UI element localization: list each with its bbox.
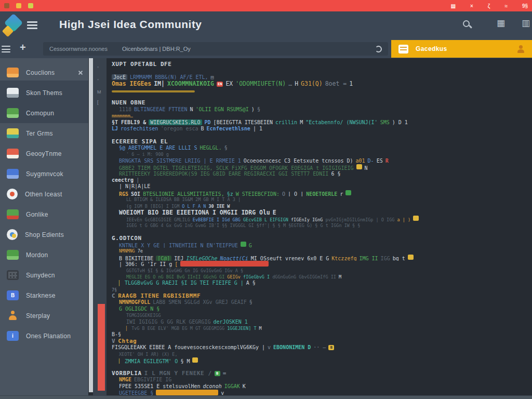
refresh-icon[interactable] xyxy=(375,46,382,52)
profile-icon[interactable] xyxy=(517,45,525,53)
window-control-icon[interactable] xyxy=(16,3,21,8)
code-token: BRNGKTA SRS SISTMERE LRIIG | E RRMEIE 1 xyxy=(119,158,241,164)
system-tray-icon[interactable]: × xyxy=(470,3,473,9)
system-tray: ▤×ζ≈9§ xyxy=(450,3,528,9)
sidebar-item-starknese[interactable]: BStarknese xyxy=(0,285,88,305)
sidebar-item-icon xyxy=(7,88,19,98)
structure-list-icon[interactable] xyxy=(2,46,10,55)
code-token: LRMMAMM BBB&(N) AF/E ETL, xyxy=(130,74,208,80)
code-token: r xyxy=(340,191,343,196)
sidebar-item-sterplay[interactable]: Sterplay xyxy=(0,305,88,326)
code-token: JocE xyxy=(112,74,127,80)
splitter[interactable] xyxy=(89,58,93,392)
code-line: 7§ xyxy=(112,287,532,293)
sidebar-item-mordon[interactable]: Mordon xyxy=(0,245,88,265)
sidebar-item-skon-thems[interactable]: Skon Thems xyxy=(0,83,88,103)
code-editor[interactable]: XUPT OPETABL DFEJocELRMMAMM BBB&(N) AF/E… xyxy=(107,58,532,395)
code-line: ceectrg| xyxy=(112,177,532,183)
sidebar-item-couclions[interactable]: Couclions xyxy=(0,62,88,83)
breadcrumb-segment[interactable]: Cessoornwnse.noones xyxy=(49,46,108,52)
code-line: B BIKITEIBE[C@]IEJISELeGOCheNoactt(CiMI … xyxy=(112,255,532,261)
code-token: KNTNLE X Y GE | ITNEHTIEI N EN'TEIFPUE xyxy=(119,243,238,248)
code-token: crillin xyxy=(275,119,297,125)
code-token: fIGeGbvG I xyxy=(243,274,270,280)
gutter-icon[interactable]: ◦ xyxy=(97,64,99,70)
toolbar: + Cessoornwnse.noones Oicenbodnars | DBH… xyxy=(0,39,532,58)
system-tray-icon[interactable]: ▤ xyxy=(450,3,455,9)
code-token: GEIGv xyxy=(227,274,241,280)
window-control-icon[interactable] xyxy=(28,3,33,8)
layout-grid-icon[interactable]: ▦ xyxy=(497,19,505,28)
code-token: | 1 xyxy=(253,126,262,131)
sidebar-item-suygmnvcok[interactable]: Suygmnvcok xyxy=(0,164,88,184)
app-logo-icon[interactable] xyxy=(2,14,25,38)
code-token: NMNMOGFOLL xyxy=(119,299,150,305)
sidebar-item-othen-iceast[interactable]: Othen Iceast xyxy=(0,184,88,204)
code-token: Ecnfecvethlsne xyxy=(207,126,250,131)
code-line: RRITTEEEKY IGEREREDPOK(S9 IEG GBID EARE … xyxy=(112,171,532,177)
code-token: M xyxy=(339,274,341,280)
code-token: §T FEBLI9 & xyxy=(112,119,146,125)
code-token: | xyxy=(136,177,139,183)
window-grid-icon[interactable]: ▥ xyxy=(522,19,530,28)
sidebar-item-sunydecn[interactable]: Sunydecn xyxy=(0,265,88,285)
code-token: MEGLIE EG O nG BGI BvG IInII GGchG GI xyxy=(126,274,224,280)
code-token: ISELeGOChe xyxy=(186,256,217,261)
gutter-icon[interactable]: ◦ xyxy=(97,77,99,82)
code-token: ▏ xyxy=(126,326,129,331)
code-line: mmmmmmm… xyxy=(112,113,532,119)
code-token: G OGLIGDC N § xyxy=(119,306,159,312)
sidebar-item-geooytnme[interactable]: GeooyTnme xyxy=(0,143,88,164)
system-tray-icon[interactable]: ζ xyxy=(488,3,490,9)
menu-icon[interactable] xyxy=(27,21,37,31)
code-token: IMG II xyxy=(359,256,378,261)
code-token: bg t xyxy=(393,256,405,261)
breadcrumb-segment[interactable]: Oicenbodnars | DBH:R_Oy xyxy=(122,46,191,52)
code-token: 6 § xyxy=(331,171,340,177)
code-token: FPEE 535SE1 E stelsuvolHen xyxy=(119,383,201,389)
code-token: IGGAK xyxy=(224,383,240,389)
code-token: ' 6 — i M: 900 g xyxy=(126,152,169,157)
sidebar-item-label: Starknese xyxy=(26,292,56,299)
sidebar-item-ter-grms[interactable]: Ter Grms xyxy=(0,123,88,143)
code-line: G.ODTCON xyxy=(112,235,532,242)
gutter-icon[interactable]: M xyxy=(97,89,101,95)
window-control-icon[interactable] xyxy=(4,3,9,8)
code-token: "Ectabennfo/ (NWSUNJ(I' xyxy=(305,119,377,125)
header: High Jsei Idea Community ▦ ▥ xyxy=(0,11,532,39)
code-token: BTESLIONIE ALLSMIITIATEIS, xyxy=(143,191,224,196)
code-token: R xyxy=(385,158,389,164)
code-line: KNTNLE X Y GE | ITNEHTIEI N EN'TEIFPUEG xyxy=(112,242,532,248)
code-token: 'ODOMMIUFET(N) xyxy=(235,81,286,87)
code-line: ECEREEE SIPA EL xyxy=(112,139,532,145)
code-token: IEJ xyxy=(174,256,183,261)
system-tray-icon[interactable]: 9§ xyxy=(522,3,528,9)
code-token: W STEIEBCFIDN: xyxy=(236,191,280,196)
tools-icon[interactable] xyxy=(78,70,84,75)
code-token: 8oet = xyxy=(325,81,347,87)
search-icon[interactable] xyxy=(463,20,470,27)
code-line: ▏ZMMIA EGILEGTM' O§ M xyxy=(112,357,532,364)
code-line: 1118BLTINGEEAE FTTEENN'OLII EGN RSUMS@I)… xyxy=(112,107,532,113)
code-token: A § xyxy=(246,280,256,286)
inline-badge xyxy=(408,255,414,260)
code-token: XCOOMMNAIKOIG xyxy=(167,81,214,87)
code-token: SOI xyxy=(131,191,140,196)
app-title: High Jsei Idea Community xyxy=(59,18,202,31)
code-line: BRNGKTA SRS SISTMERE LRIIG | E RRMEIE 1O… xyxy=(112,158,532,164)
sidebar-item-gonlike[interactable]: Gonlike xyxy=(0,204,88,224)
gutter-icon[interactable]: [ xyxy=(97,100,99,105)
sidebar-item-ones-planation[interactable]: iOnes Planation xyxy=(0,326,88,346)
run-label: Gacedkus xyxy=(416,45,447,52)
run-widget[interactable]: Gacedkus xyxy=(391,40,532,58)
system-tray-icon[interactable]: ≈ xyxy=(504,3,508,9)
code-line xyxy=(112,68,532,74)
code-token: NEOETOERLE xyxy=(306,191,337,196)
sidebar-item-comopun[interactable]: Comopun xyxy=(0,103,88,123)
navigation-breadcrumb[interactable]: Cessoornwnse.noones Oicenbodnars | DBH:R… xyxy=(43,42,388,56)
code-token: ZMMIA EGILEGTM' O xyxy=(125,358,178,364)
add-icon[interactable]: + xyxy=(20,42,26,54)
sidebar-item-shop-edients[interactable]: Shop Edients xyxy=(0,224,88,245)
code-line: NUEN OBNE xyxy=(112,100,532,106)
code-token: NMNMNG xyxy=(119,248,135,254)
